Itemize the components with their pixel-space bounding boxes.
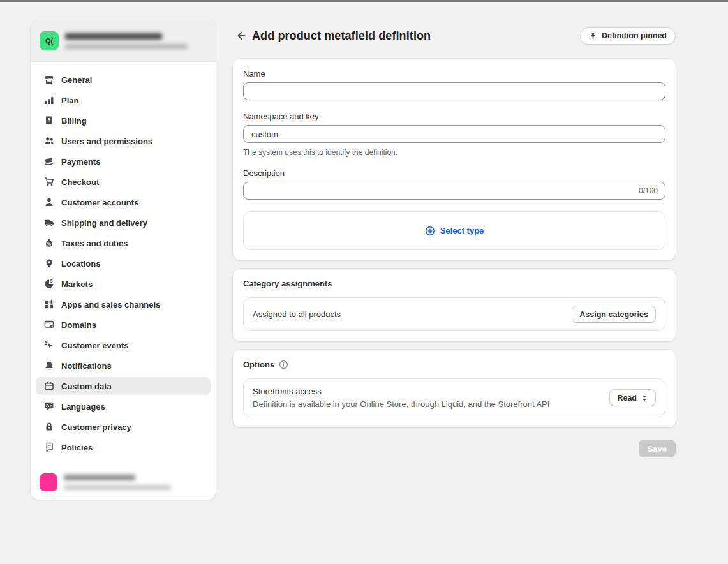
storefronts-access-select[interactable]: Read (609, 389, 656, 406)
sidebar-item-label: Notifications (61, 361, 112, 371)
sidebar-item-label: Domains (61, 320, 96, 330)
truck-icon (44, 218, 54, 228)
options-title: Options (243, 360, 274, 369)
namespace-field-group: Namespace and key The system uses this t… (243, 112, 665, 157)
sidebar-item-label: Users and permissions (61, 137, 152, 146)
store-avatar: Q( (40, 31, 59, 50)
sidebar-item-customer-privacy[interactable]: Customer privacy (36, 418, 211, 436)
sidebar-item-general[interactable]: General (36, 71, 211, 89)
payments-icon (44, 156, 54, 167)
sidebar-item-label: Markets (61, 279, 93, 289)
store-url-redacted (65, 44, 188, 49)
sidebar-item-languages[interactable]: ALanguages (36, 397, 211, 415)
page-title: Add product metafield definition (252, 29, 431, 43)
sidebar-item-custom-data[interactable]: Custom data (36, 377, 211, 395)
assign-categories-button[interactable]: Assign categories (572, 306, 656, 323)
sidebar-item-checkout[interactable]: Checkout (36, 173, 211, 191)
namespace-label: Namespace and key (243, 112, 665, 121)
assign-categories-label: Assign categories (579, 310, 648, 319)
apps-icon (44, 299, 54, 309)
sidebar-item-customer-events[interactable]: Customer events (36, 336, 211, 354)
sidebar-item-label: Languages (61, 402, 105, 412)
settings-sidebar: Q( GeneralPlan$BillingUsers and permissi… (31, 20, 216, 500)
plus-circle-icon (425, 226, 435, 236)
category-assignments-heading: Category assignments (243, 279, 665, 288)
policy-doc-icon (44, 442, 54, 452)
plan-icon (44, 95, 54, 105)
save-button[interactable]: Save (639, 440, 676, 457)
sidebar-item-label: Plan (61, 96, 78, 105)
select-type-label: Select type (440, 226, 484, 235)
storefronts-access-value: Read (617, 394, 637, 403)
info-icon (279, 360, 288, 369)
users-icon (44, 136, 54, 146)
sidebar-item-customer-accounts[interactable]: Customer accounts (36, 193, 211, 211)
svg-text:$: $ (50, 279, 53, 285)
sidebar-item-label: Customer accounts (61, 198, 138, 207)
select-type-button[interactable]: Select type (425, 226, 484, 236)
browser-icon (44, 320, 54, 330)
storefronts-access-row: Storefronts access Definition is availab… (243, 378, 665, 417)
select-caret-icon (641, 394, 648, 402)
sidebar-item-notifications[interactable]: Notifications (36, 357, 211, 375)
sidebar-item-payments[interactable]: Payments (36, 152, 211, 170)
description-label: Description (243, 168, 665, 178)
tax-bag-icon: % (44, 238, 54, 248)
store-name-redacted (65, 33, 162, 40)
options-heading: Options (243, 360, 665, 369)
back-arrow-icon (235, 30, 247, 41)
sidebar-item-taxes-duties[interactable]: %Taxes and duties (36, 234, 211, 252)
sidebar-item-domains[interactable]: Domains (36, 316, 211, 334)
cursor-click-icon (44, 340, 54, 350)
select-type-box: Select type (243, 211, 665, 250)
main-content: Add product metafield definition Definit… (233, 26, 676, 457)
description-field-group: Description 0/100 (243, 168, 665, 200)
sidebar-item-label: Policies (61, 443, 93, 452)
namespace-input[interactable] (243, 125, 665, 143)
sidebar-item-locations[interactable]: Locations (36, 255, 211, 272)
receipt-icon: $ (44, 115, 54, 126)
store-icon (44, 75, 54, 85)
options-card: Options Storefronts access Definition is… (233, 350, 676, 427)
sidebar-item-label: Billing (61, 116, 87, 126)
sidebar-item-shipping-delivery[interactable]: Shipping and delivery (36, 214, 211, 232)
user-account-footer[interactable] (31, 464, 216, 500)
sidebar-nav: GeneralPlan$BillingUsers and permissions… (31, 62, 216, 464)
sidebar-item-label: Locations (61, 259, 100, 269)
definition-pinned-button[interactable]: Definition pinned (580, 27, 676, 45)
svg-text:%: % (47, 242, 51, 246)
definition-form-card: Name Namespace and key The system uses t… (233, 59, 676, 260)
sidebar-item-label: Shipping and delivery (61, 218, 147, 228)
sidebar-item-apps-sales-channels[interactable]: Apps and sales channels (36, 295, 211, 313)
data-box-icon (44, 381, 54, 391)
name-field-group: Name (243, 69, 665, 100)
user-name-redacted (64, 475, 135, 480)
sidebar-item-users-permissions[interactable]: Users and permissions (36, 132, 211, 150)
category-assignments-card: Category assignments Assigned to all pro… (233, 269, 676, 341)
sidebar-item-plan[interactable]: Plan (36, 91, 211, 109)
sidebar-item-markets[interactable]: $Markets (36, 275, 211, 293)
store-info-header[interactable]: Q( (31, 20, 216, 62)
sidebar-item-billing[interactable]: $Billing (36, 112, 211, 130)
pin-icon (589, 32, 597, 40)
name-input[interactable] (243, 82, 665, 100)
cart-icon (44, 177, 54, 187)
namespace-help-text: The system uses this to identify the def… (243, 148, 665, 157)
definition-pinned-label: Definition pinned (602, 31, 667, 40)
sidebar-item-label: Checkout (61, 177, 99, 187)
sidebar-item-policies[interactable]: Policies (36, 438, 211, 456)
sidebar-item-label: Customer privacy (61, 422, 131, 432)
sidebar-item-label: Custom data (61, 382, 112, 391)
person-icon (44, 197, 54, 207)
map-pin-icon (44, 258, 54, 269)
description-input[interactable] (243, 182, 665, 200)
name-label: Name (243, 69, 665, 78)
category-assignment-row: Assigned to all products Assign categori… (243, 297, 665, 331)
category-status-text: Assigned to all products (253, 309, 564, 319)
page-header: Add product metafield definition Definit… (233, 26, 676, 46)
sidebar-item-label: General (61, 75, 92, 85)
sidebar-item-label: Customer events (61, 341, 128, 350)
svg-text:A: A (46, 403, 49, 408)
sidebar-item-label: Taxes and duties (61, 239, 128, 248)
back-button[interactable] (233, 27, 249, 44)
